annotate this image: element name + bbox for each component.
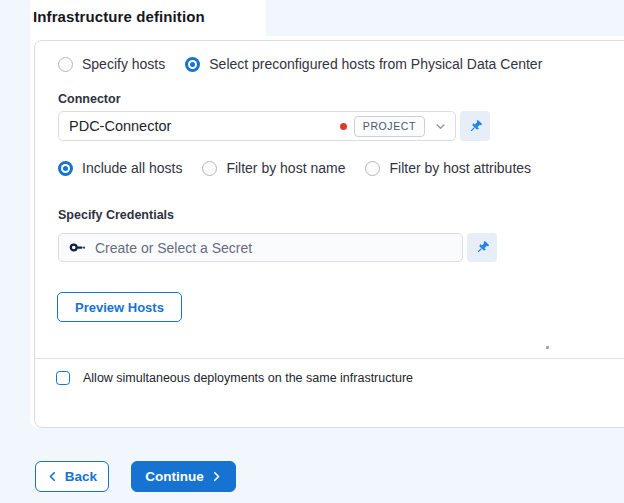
radio-unselected-icon[interactable] [58,57,73,72]
connector-control-row: PDC-Connector PROJECT [58,111,490,141]
connector-select-field[interactable]: PDC-Connector PROJECT [58,111,456,141]
tiny-dot-artifact [546,346,549,349]
radio-label: Select preconfigured hosts from Physical… [209,56,542,72]
credentials-control-row: Create or Select a Secret [58,233,497,262]
radio-label: Specify hosts [82,56,165,72]
back-button[interactable]: Back [35,461,109,492]
host-filter-radio-group: Include all hosts Filter by host name Fi… [58,160,531,176]
radio-label: Filter by host attributes [389,160,531,176]
section-divider [35,358,624,359]
preview-hosts-label: Preview Hosts [75,300,164,315]
back-button-label: Back [65,469,97,484]
radio-unselected-icon[interactable] [365,161,380,176]
secret-select-field[interactable]: Create or Select a Secret [58,233,463,262]
secret-placeholder-text: Create or Select a Secret [95,240,252,256]
host-source-radio-group: Specify hosts Select preconfigured hosts… [58,56,542,72]
simultaneous-deployments-row[interactable]: Allow simultaneous deployments on the sa… [56,371,413,385]
radio-preconfigured-hosts[interactable]: Select preconfigured hosts from Physical… [185,56,542,72]
infrastructure-card: Specify hosts Select preconfigured hosts… [34,40,624,428]
chevron-right-icon [211,471,222,482]
credentials-label: Specify Credentials [58,208,174,222]
connector-value: PDC-Connector [69,118,340,134]
checkbox-label: Allow simultaneous deployments on the sa… [83,371,413,385]
page-title: Infrastructure definition [33,8,205,25]
connector-label: Connector [58,92,121,106]
chevron-left-icon [47,471,58,482]
pin-icon [468,119,483,134]
credentials-pin-button[interactable] [467,233,497,262]
scope-tag: PROJECT [354,116,425,137]
chevron-down-icon[interactable] [434,120,447,133]
pin-icon [475,240,490,255]
connector-pin-button[interactable] [460,111,490,141]
radio-specify-hosts[interactable]: Specify hosts [58,56,165,72]
continue-button-label: Continue [145,469,204,484]
key-icon [69,239,86,256]
preview-hosts-button[interactable]: Preview Hosts [57,292,182,322]
radio-filter-by-host-attributes[interactable]: Filter by host attributes [365,160,531,176]
radio-unselected-icon[interactable] [202,161,217,176]
radio-label: Include all hosts [82,160,182,176]
radio-selected-icon[interactable] [185,57,200,72]
radio-label: Filter by host name [226,160,345,176]
continue-button[interactable]: Continue [131,461,236,492]
checkbox-unchecked-icon[interactable] [56,371,70,385]
error-dot-icon [340,123,347,130]
radio-selected-icon[interactable] [58,161,73,176]
radio-filter-by-host-name[interactable]: Filter by host name [202,160,345,176]
radio-include-all-hosts[interactable]: Include all hosts [58,160,182,176]
infrastructure-definition-page: { "page": { "title": "Infrastructure def… [0,0,624,503]
